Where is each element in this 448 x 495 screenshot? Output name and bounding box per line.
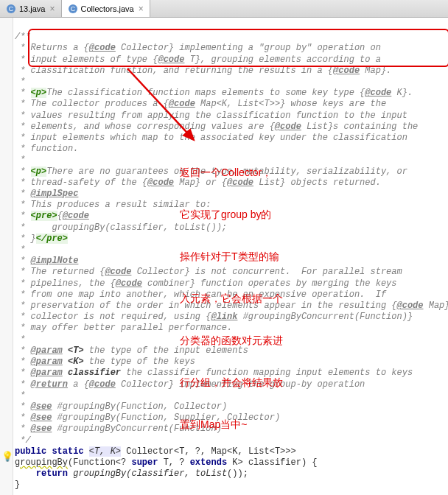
tab-label: 13.java	[19, 4, 45, 13]
tab-file-2[interactable]: C Collectors.java ×	[62, 0, 150, 17]
svg-text:C: C	[9, 5, 14, 13]
tab-file-1[interactable]: C 13.java ×	[0, 0, 62, 17]
editor-tabs: C 13.java × C Collectors.java ×	[0, 0, 448, 18]
code-line: public static <T, K> Collector<T, ?, Map…	[15, 446, 296, 457]
tab-label: Collectors.java	[81, 4, 134, 13]
code-line: }	[15, 480, 20, 490]
editor-wrapper: 💡 /** * Returns a {@code Collector} impl…	[0, 18, 448, 495]
editor-gutter: 💡	[0, 18, 13, 495]
java-class-icon: C	[68, 4, 78, 14]
code-line: return groupingBy(classifier, toList());	[15, 468, 248, 479]
svg-text:C: C	[70, 5, 75, 13]
java-class-icon: C	[6, 4, 16, 14]
javadoc-text: /** * Returns a {@code Collector} implem…	[15, 32, 448, 445]
code-line: groupingBy(Function<? super T, ? extends…	[15, 457, 318, 468]
intention-bulb-icon[interactable]: 💡	[1, 451, 13, 463]
close-icon[interactable]: ×	[137, 4, 144, 14]
code-area[interactable]: /** * Returns a {@code Collector} implem…	[13, 18, 448, 495]
close-icon[interactable]: ×	[48, 4, 55, 14]
